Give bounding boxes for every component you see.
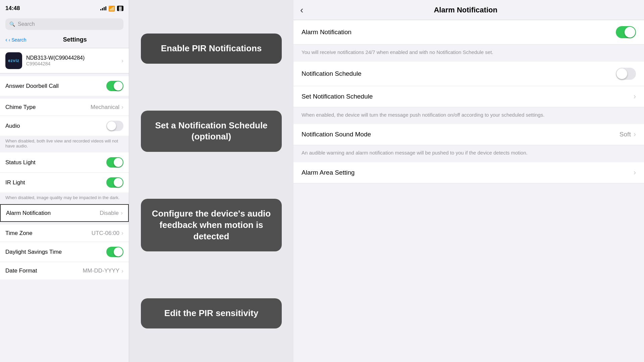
ir-note: When disabled, image quality may be impa…: [0, 192, 129, 204]
device-info: NDB313-W(C99044284) C99044284: [22, 55, 121, 66]
date-format-label: Date Format: [5, 267, 83, 274]
toggle-thumb: [114, 178, 123, 187]
status-icons: 📶 ▓: [100, 5, 123, 12]
tutorial-card-4-text: Edit the PIR sensitivity: [152, 308, 271, 319]
battery-icon: ▓: [117, 6, 123, 11]
back-chevron-icon: ‹: [5, 37, 7, 43]
daylight-savings-toggle[interactable]: [106, 247, 123, 257]
notif-sound-mode-chevron-icon: ›: [634, 130, 636, 139]
section-doorbell: Answer Doorbell Call: [0, 76, 129, 96]
ir-light-row[interactable]: IR Light: [0, 173, 129, 192]
answer-doorbell-label: Answer Doorbell Call: [5, 83, 106, 89]
alarm-notif-toggle[interactable]: [616, 26, 636, 38]
alarm-area-chevron-icon: ›: [634, 168, 636, 177]
tutorial-card-3-text: Configure the device's audio feedback wh…: [152, 208, 271, 242]
device-chevron-icon: ›: [121, 57, 123, 64]
right-panel: ‹ Alarm Notification Alarm Notification …: [293, 0, 644, 362]
notif-schedule-toggle[interactable]: [616, 68, 636, 80]
notif-sound-mode-row[interactable]: Notification Sound Mode Soft ›: [293, 124, 644, 145]
audio-label: Audio: [5, 123, 106, 129]
ir-light-label: IR Light: [5, 179, 106, 186]
tutorial-card-4[interactable]: Edit the PIR sensitivity: [141, 298, 282, 328]
search-icon: 🔍: [9, 21, 15, 27]
audio-note: When disabled, both live view and record…: [0, 136, 129, 153]
date-format-chevron-icon: ›: [121, 267, 123, 275]
notif-schedule-row[interactable]: Notification Schedule: [293, 62, 644, 86]
right-section-alarm: Alarm Notification: [293, 20, 644, 45]
alarm-area-row[interactable]: Alarm Area Setting ›: [293, 162, 644, 183]
right-toggle-thumb: [616, 68, 627, 79]
section-time: Time Zone UTC-06:00 › Daylight Savings T…: [0, 225, 129, 280]
set-notif-schedule-row[interactable]: Set Notification Schedule ›: [293, 86, 644, 107]
status-light-toggle[interactable]: [106, 157, 123, 168]
answer-doorbell-toggle[interactable]: [106, 81, 123, 91]
set-notif-schedule-note: When enabled, the device will turn the m…: [293, 107, 644, 124]
date-format-row[interactable]: Date Format MM-DD-YYYY ›: [0, 262, 129, 280]
tutorial-card-1[interactable]: Enable PIR Notifications: [141, 34, 282, 64]
nav-bar: ‹ ‹ Search Settings: [0, 32, 129, 48]
search-input[interactable]: Search: [18, 21, 35, 27]
settings-list: Answer Doorbell Call Chime Type Mechanic…: [0, 73, 129, 362]
alarm-notification-chevron-icon: ›: [121, 209, 123, 217]
toggle-thumb: [114, 81, 123, 90]
alarm-notification-row[interactable]: Alarm Notification Disable ›: [0, 204, 129, 222]
alarm-area-label: Alarm Area Setting: [302, 169, 634, 176]
alarm-notification-value: Disable: [100, 210, 119, 217]
right-toggle-thumb: [625, 27, 635, 38]
toggle-thumb: [114, 247, 123, 256]
signal-icon: [100, 6, 106, 10]
middle-panel: Enable PIR Notifications Set a Notificat…: [129, 0, 293, 362]
device-row[interactable]: ezviz NDB313-W(C99044284) C99044284 ›: [0, 48, 129, 73]
status-light-label: Status Light: [5, 159, 106, 166]
daylight-savings-row[interactable]: Daylight Savings Time: [0, 242, 129, 262]
audio-row[interactable]: Audio: [0, 116, 129, 136]
set-notif-schedule-chevron-icon: ›: [634, 92, 636, 101]
right-panel-title: Alarm Notification: [309, 6, 623, 14]
section-lights: Status Light IR Light: [0, 153, 129, 192]
alarm-notif-toggle-row[interactable]: Alarm Notification: [293, 20, 644, 45]
back-label: ‹ Search: [9, 37, 26, 43]
right-section-area: Alarm Area Setting ›: [293, 162, 644, 183]
search-bar[interactable]: 🔍 Search: [0, 17, 129, 32]
section-chime: Chime Type Mechanical › Audio: [0, 99, 129, 136]
back-button[interactable]: ‹ ‹ Search: [5, 37, 26, 43]
left-panel: 14:48 📶 ▓ 🔍 Search ‹ ‹ Search Settings: [0, 0, 129, 362]
alarm-notif-label: Alarm Notification: [302, 28, 616, 36]
timezone-row[interactable]: Time Zone UTC-06:00 ›: [0, 225, 129, 242]
date-format-value: MM-DD-YYYY: [83, 267, 119, 274]
tutorial-card-3[interactable]: Configure the device's audio feedback wh…: [141, 199, 282, 251]
chime-type-chevron-icon: ›: [121, 104, 123, 111]
right-section-schedule: Notification Schedule Set Notification S…: [293, 62, 644, 107]
status-time: 14:48: [5, 5, 20, 12]
alarm-notif-note: You will receive notifications 24/7 when…: [293, 45, 644, 62]
notif-sound-mode-label: Notification Sound Mode: [302, 131, 620, 138]
right-section-sound: Notification Sound Mode Soft ›: [293, 124, 644, 145]
tutorial-card-1-text: Enable PIR Notifications: [152, 43, 271, 54]
chime-type-value: Mechanical: [91, 104, 119, 111]
device-logo: ezviz: [5, 52, 22, 69]
tutorial-card-2[interactable]: Set a Notification Schedule (optional): [141, 111, 282, 152]
set-notif-schedule-label: Set Notification Schedule: [302, 93, 634, 100]
chime-type-label: Chime Type: [5, 104, 91, 111]
page-title: Settings: [26, 36, 123, 43]
toggle-thumb: [107, 121, 116, 130]
right-back-button[interactable]: ‹: [300, 5, 303, 15]
timezone-chevron-icon: ›: [121, 230, 123, 237]
daylight-savings-label: Daylight Savings Time: [5, 249, 106, 255]
ir-light-toggle[interactable]: [106, 177, 123, 188]
right-content: Alarm Notification You will receive noti…: [293, 20, 644, 362]
audio-toggle[interactable]: [106, 121, 123, 131]
status-light-row[interactable]: Status Light: [0, 153, 129, 173]
notif-sound-note: An audible warning and alarm notificatio…: [293, 145, 644, 162]
chime-type-row[interactable]: Chime Type Mechanical ›: [0, 99, 129, 116]
device-id: C99044284: [26, 61, 117, 66]
toggle-thumb: [114, 158, 123, 167]
timezone-label: Time Zone: [5, 230, 92, 237]
notif-sound-mode-value: Soft: [620, 131, 631, 138]
wifi-icon: 📶: [108, 5, 115, 12]
tutorial-card-2-text: Set a Notification Schedule (optional): [152, 120, 271, 143]
right-nav: ‹ Alarm Notification: [293, 0, 644, 20]
notif-schedule-label: Notification Schedule: [302, 70, 616, 77]
answer-doorbell-row[interactable]: Answer Doorbell Call: [0, 76, 129, 96]
status-bar: 14:48 📶 ▓: [0, 0, 129, 17]
